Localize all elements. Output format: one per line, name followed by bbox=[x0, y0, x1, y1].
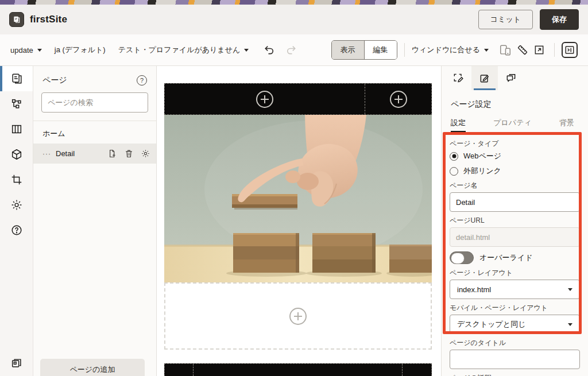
page-name-label: ページ名 bbox=[450, 181, 580, 190]
delete-icon[interactable] bbox=[124, 149, 134, 158]
settings-panel-icon-tabs bbox=[442, 66, 588, 90]
add-page-icon[interactable] bbox=[107, 149, 117, 158]
page-title-label: ページのタイトル bbox=[450, 339, 580, 347]
radio-external-link[interactable]: 外部リンク bbox=[450, 165, 580, 177]
settings-icon[interactable] bbox=[0, 192, 33, 218]
add-component-slot[interactable] bbox=[165, 84, 365, 114]
components-icon[interactable] bbox=[0, 142, 33, 167]
panel-help-icon[interactable]: ? bbox=[137, 75, 147, 86]
footer-slot[interactable] bbox=[164, 363, 432, 376]
page-layout-label: ページ・レイアウト bbox=[450, 269, 580, 277]
site-structure-icon[interactable] bbox=[0, 91, 33, 117]
decorative-pattern-strip bbox=[0, 0, 588, 5]
pages-panel: ページ ? ホーム ··· Detail bbox=[33, 66, 157, 376]
radio-icon bbox=[450, 152, 458, 161]
hero-photo bbox=[164, 115, 432, 282]
pages-icon[interactable] bbox=[0, 66, 33, 91]
empty-content-slot[interactable] bbox=[164, 282, 432, 350]
save-button[interactable]: 保存 bbox=[540, 9, 579, 30]
page-settings-panel: ページ設定 設定 プロパティ 背景 ページ・タイプ Webページ 外部リンク ペ… bbox=[441, 66, 588, 376]
chevron-down-icon bbox=[568, 288, 572, 291]
page-title-input[interactable] bbox=[450, 350, 580, 369]
toolbar-separator bbox=[404, 43, 405, 57]
settings-panel-title: ページ設定 bbox=[442, 90, 588, 110]
mobile-layout-select[interactable]: デスクトップと同じ bbox=[450, 315, 580, 334]
page-type-label: ページ・タイプ bbox=[450, 139, 580, 148]
chevron-down-icon bbox=[244, 49, 249, 52]
page-settings-form: ページ・タイプ Webページ 外部リンク ページ名 ページURL オーバーライド bbox=[442, 133, 588, 376]
page-list-item-home[interactable]: ホーム bbox=[33, 123, 156, 144]
plus-circle-icon bbox=[390, 91, 407, 108]
settings-select-icon[interactable] bbox=[445, 66, 471, 90]
add-page-button[interactable]: ページの追加 bbox=[40, 359, 145, 376]
override-toggle-row: オーバーライド bbox=[450, 251, 580, 264]
page-url-input[interactable] bbox=[450, 227, 580, 247]
header-slot bbox=[164, 83, 432, 115]
mobile-layout-label: モバイル・ページ・レイアウト bbox=[450, 304, 580, 312]
crop-icon[interactable] bbox=[0, 167, 33, 192]
ruler-icon[interactable] bbox=[514, 41, 531, 59]
tab-settings[interactable]: 設定 bbox=[451, 118, 466, 133]
view-edit-segmented-control: 表示 編集 bbox=[331, 40, 397, 60]
editor-toolbar: update ja (デフォルト) テスト・プロファイルがありません 表示 編集… bbox=[0, 34, 588, 66]
device-preview-icon[interactable] bbox=[497, 41, 514, 59]
help-icon[interactable] bbox=[0, 218, 33, 243]
commit-button[interactable]: コミット bbox=[478, 10, 533, 29]
test-profile-dropdown[interactable]: テスト・プロファイルがありません bbox=[118, 45, 249, 55]
page-settings-icon[interactable] bbox=[141, 149, 150, 158]
settings-tabs: 設定 プロパティ 背景 bbox=[442, 110, 588, 133]
page-search-input[interactable] bbox=[41, 92, 148, 113]
locale-label: ja (デフォルト) bbox=[55, 45, 106, 55]
tab-background[interactable]: 背景 bbox=[559, 118, 574, 133]
drag-handle-dots: ··· bbox=[42, 150, 51, 158]
panel-divider bbox=[33, 121, 156, 121]
layout-columns-icon[interactable] bbox=[0, 117, 33, 142]
plus-circle-icon bbox=[289, 308, 307, 325]
page-layout-select[interactable]: index.html bbox=[450, 280, 580, 299]
page-list-item-detail[interactable]: ··· Detail bbox=[33, 144, 156, 164]
override-label: オーバーライド bbox=[479, 253, 533, 263]
tab-properties[interactable]: プロパティ bbox=[493, 118, 532, 133]
site-logo-icon bbox=[9, 12, 24, 27]
comments-icon[interactable] bbox=[498, 66, 524, 90]
add-component-slot[interactable] bbox=[365, 84, 431, 114]
update-dropdown[interactable]: update bbox=[10, 46, 42, 55]
edit-properties-icon[interactable] bbox=[471, 66, 498, 90]
radio-webpage[interactable]: Webページ bbox=[450, 150, 580, 162]
open-in-new-icon[interactable] bbox=[531, 42, 547, 58]
edit-toggle[interactable]: 編集 bbox=[364, 41, 397, 59]
app-header: firstSite コミット 保存 bbox=[0, 5, 588, 34]
pages-panel-title: ページ bbox=[42, 75, 67, 86]
view-toggle[interactable]: 表示 bbox=[332, 41, 364, 59]
site-title: firstSite bbox=[30, 14, 67, 25]
windows-icon[interactable] bbox=[0, 352, 33, 375]
fit-window-dropdown[interactable]: ウィンドウに合せる bbox=[412, 45, 489, 55]
chevron-down-icon bbox=[484, 49, 489, 52]
plus-circle-icon bbox=[256, 91, 273, 108]
toolbar-separator bbox=[554, 43, 555, 57]
left-icon-rail bbox=[0, 66, 33, 376]
app-window: firstSite コミット 保存 update ja (デフォルト) テスト・… bbox=[0, 0, 588, 376]
page-name-input[interactable] bbox=[450, 192, 580, 212]
undo-icon[interactable] bbox=[261, 42, 277, 58]
override-toggle[interactable] bbox=[450, 251, 474, 264]
page-description-label: ページの説明 bbox=[450, 374, 580, 376]
page-url-label: ページURL bbox=[450, 216, 580, 225]
radio-icon bbox=[450, 167, 458, 176]
redo-icon[interactable] bbox=[283, 42, 299, 58]
site-preview-canvas bbox=[157, 66, 441, 376]
chevron-down-icon bbox=[37, 49, 42, 52]
right-panel-toggle-icon[interactable] bbox=[562, 42, 578, 58]
chevron-down-icon bbox=[568, 323, 572, 326]
